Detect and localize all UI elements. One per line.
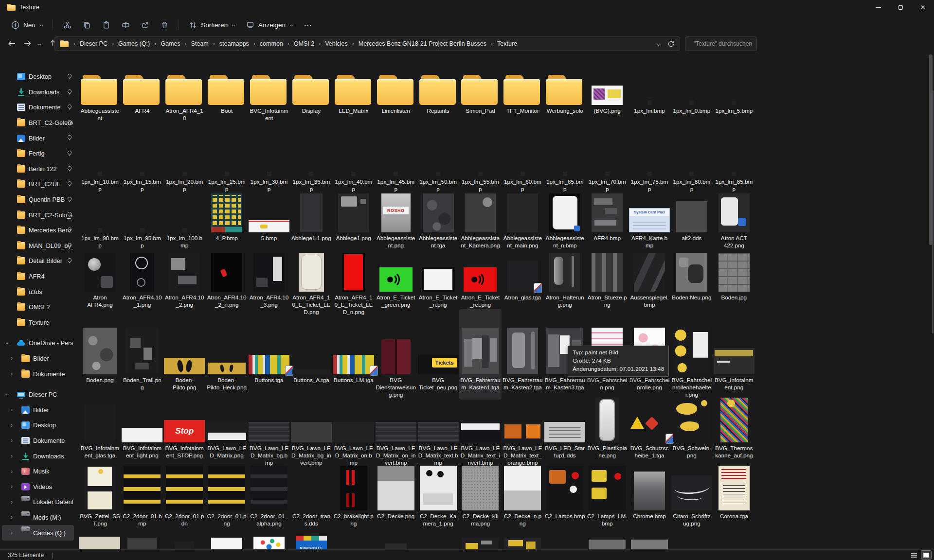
new-button[interactable]: Neu⌄: [6, 17, 48, 33]
file-item[interactable]: 1px_lm_60.bmp: [502, 128, 544, 194]
sidebar-item-mods-m-[interactable]: ›Mods (M:): [0, 510, 78, 525]
file-item[interactable]: Buttons.tga: [248, 309, 290, 400]
file-item[interactable]: 1px_lm_0.bmp: [670, 55, 713, 123]
copy-button[interactable]: [77, 17, 96, 33]
breadcrumb-item[interactable]: Mercedes Benz GN18-21 Project Berlin Bus…: [357, 39, 488, 48]
file-item[interactable]: Atron_AFR4.10_2.png: [163, 249, 206, 317]
file-item[interactable]: BVG_Lawo_LED_Matrix_text_orange.bmp: [502, 397, 544, 468]
file-item[interactable]: KONTROLLE: [290, 534, 332, 549]
file-item[interactable]: C2_Decke_n.png: [502, 463, 544, 528]
file-item[interactable]: ROSHOAbbiegeassistent.png: [375, 190, 417, 250]
file-item[interactable]: C2_2door_01.pdn: [163, 463, 206, 528]
file-item[interactable]: C2_2door_01.png: [206, 463, 248, 528]
maximize-button[interactable]: [889, 0, 912, 15]
breadcrumb-item[interactable]: OMSI 2: [292, 39, 316, 48]
file-item[interactable]: Aussenspiegel.bmp: [629, 249, 671, 317]
file-item[interactable]: Atron_AFR4.10_1.png: [121, 249, 163, 317]
sidebar-item-dokumente[interactable]: Dokumente: [0, 100, 78, 115]
file-item[interactable]: [713, 534, 755, 549]
file-item[interactable]: [629, 534, 671, 549]
file-item[interactable]: Boden.jpg: [713, 249, 755, 317]
sidebar-item-detail-bilder[interactable]: Detail Bilder: [0, 253, 78, 269]
file-item[interactable]: Atron_AFR4.10_2_n.png: [206, 249, 248, 317]
sidebar-item-brt-c2-solo-har[interactable]: BRT_C2-Solo_Har: [0, 207, 78, 223]
sidebar-item-texture[interactable]: Texture: [0, 315, 78, 331]
file-item[interactable]: C2_Lamps.bmp: [544, 463, 586, 528]
file-item[interactable]: BVG_Lawo_LED_Matrix_text.bmp: [417, 397, 459, 468]
file-item[interactable]: BVG_Lawo_LED_Matrix_bg_invert.bmp: [290, 397, 332, 468]
file-item[interactable]: [586, 534, 629, 549]
minimize-button[interactable]: [867, 0, 889, 15]
file-item[interactable]: [248, 534, 290, 549]
file-item[interactable]: Boden.png: [79, 309, 121, 400]
file-item[interactable]: [375, 534, 417, 549]
file-item[interactable]: 1px_lm_55.bmp: [459, 128, 502, 194]
sidebar-item-desktop[interactable]: Desktop: [0, 69, 78, 85]
breadcrumb-item[interactable]: Games (Q:): [117, 39, 151, 48]
file-item[interactable]: Buttons_A.tga: [290, 309, 332, 400]
chevron-right-icon[interactable]: ›: [11, 355, 13, 361]
search-box[interactable]: "Texture" durchsuchen: [685, 36, 757, 51]
sidebar-item-musik[interactable]: ›Musik: [0, 464, 78, 479]
sidebar-item-downloads[interactable]: ›Downloads: [0, 448, 78, 464]
chevron-right-icon[interactable]: ›: [11, 453, 13, 459]
file-item[interactable]: Atron_Stueze.png: [586, 249, 629, 317]
chevron-right-icon[interactable]: ›: [11, 469, 13, 474]
file-item[interactable]: BVG_Zettel_SST.png: [79, 463, 121, 528]
more-button[interactable]: ⋯: [298, 17, 317, 33]
file-item[interactable]: Abbiegeassistent_Kamera.png: [459, 190, 502, 250]
file-item[interactable]: Atron_AFR4_10_E_Ticket_LED.png: [290, 249, 332, 317]
file-item[interactable]: Atron AFR4.png: [79, 249, 121, 317]
folder-item[interactable]: BVG_Infotainment: [248, 55, 290, 123]
sidebar-item-fertig[interactable]: Fertig: [0, 146, 78, 161]
file-item[interactable]: Atron_E_Ticket_green.png: [375, 249, 417, 317]
sidebar-item-quentin-pbb[interactable]: Quentin PBB: [0, 192, 78, 208]
file-item[interactable]: BVG_Fahrerraum_Kasten1.tga: [459, 309, 502, 400]
file-item[interactable]: [459, 534, 502, 549]
file-item[interactable]: Abbiegeassistent.tga: [417, 190, 459, 250]
file-item[interactable]: Boden_Trail.png: [121, 309, 163, 400]
breadcrumb-item[interactable]: Steam: [190, 39, 210, 48]
folder-item[interactable]: Display: [290, 55, 332, 123]
file-item[interactable]: [502, 534, 544, 549]
file-item[interactable]: 1px_lm_70.bmp: [586, 128, 629, 194]
file-item[interactable]: 1px_lm_65.bmp: [544, 128, 586, 194]
chevron-down-icon[interactable]: ›: [4, 394, 10, 396]
file-item[interactable]: BVG_Lawo_LED_Matrix_text_invert.bmp: [459, 397, 502, 468]
file-item[interactable]: 1px_lm_100.bmp: [163, 190, 206, 250]
file-item[interactable]: BVG_Infotainment_glas.tga: [79, 397, 121, 468]
chevron-right-icon[interactable]: ›: [11, 371, 13, 377]
folder-item[interactable]: AFR4: [121, 55, 163, 123]
file-item[interactable]: BVG_Thermoskanne_auf.png: [713, 397, 755, 468]
file-item[interactable]: AFR4.bmp: [586, 190, 629, 250]
sidebar-item-afr4[interactable]: AFR4: [0, 269, 78, 284]
vertical-scrollbar[interactable]: [929, 54, 933, 547]
file-item[interactable]: 1px_lm_80.bmp: [670, 128, 713, 194]
file-item[interactable]: BVG Dienstanweisung.png: [375, 309, 417, 400]
file-item[interactable]: BVG_Lawo_LED_Matrix_bg.bmp: [248, 397, 290, 468]
file-item[interactable]: 1px_lm_15.bmp: [121, 128, 163, 194]
sidebar-item-desktop[interactable]: ›Desktop: [0, 418, 78, 433]
file-item[interactable]: BVG_Infotainment_light.png: [121, 397, 163, 468]
file-item[interactable]: Atron_Halterung.png: [544, 249, 586, 317]
file-item[interactable]: BVG_Schutzscheibe_1.tga: [629, 397, 671, 468]
sidebar-item-bilder[interactable]: ›Bilder: [0, 351, 78, 367]
cut-button[interactable]: [57, 17, 77, 33]
file-item[interactable]: 1px_lm_45.bmp: [375, 128, 417, 194]
sidebar-item-bilder[interactable]: Bilder: [0, 130, 78, 146]
sidebar-item-omsi-2[interactable]: OMSI 2: [0, 299, 78, 315]
file-item[interactable]: BVG_Plastikplane.png: [586, 397, 629, 468]
file-item[interactable]: 1px_lm_10.bmp: [79, 128, 121, 194]
file-item[interactable]: Abbiege1.png: [332, 190, 375, 250]
breadcrumb-item[interactable]: steamapps: [218, 39, 251, 48]
close-button[interactable]: ✕: [912, 0, 934, 15]
file-item[interactable]: Boden-Pikto_Heck.png: [206, 309, 248, 400]
file-item[interactable]: StopBVG_Infotainment_STOP.png: [163, 397, 206, 468]
scrollbar-thumb[interactable]: [929, 54, 933, 245]
file-item[interactable]: 1px_lm_30.bmp: [248, 128, 290, 194]
folder-item[interactable]: Linienlisten: [375, 55, 417, 123]
file-item[interactable]: 1px_lm.bmp: [629, 55, 671, 123]
back-button[interactable]: [4, 36, 19, 51]
file-item[interactable]: BVG_Schwein.png: [670, 397, 713, 468]
breadcrumb-item[interactable]: common: [258, 39, 285, 48]
